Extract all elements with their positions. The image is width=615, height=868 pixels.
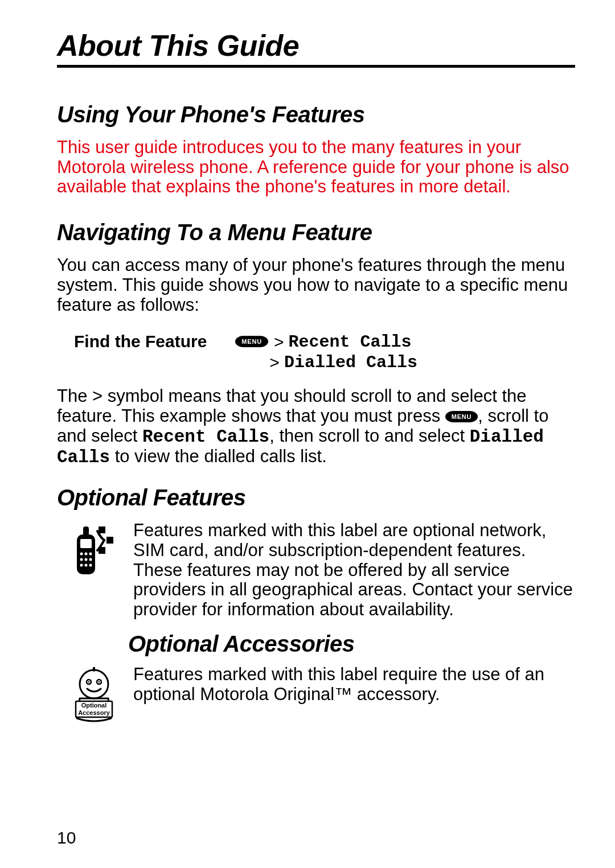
svg-rect-5 xyxy=(80,539,92,548)
page-number: 10 xyxy=(57,828,76,848)
using-body: This user guide introduces you to the ma… xyxy=(57,138,575,197)
gt-symbol: > xyxy=(274,332,284,352)
svg-rect-4 xyxy=(83,526,89,536)
optional-feature-icon-col xyxy=(57,521,120,580)
explain-sep: , then scroll to and select xyxy=(269,426,470,446)
nav-line-1: MENU > Recent Calls xyxy=(235,332,417,352)
accessory-face-icon: Optional Accessory xyxy=(69,667,119,723)
optional-accessories-block: Optional Accessory Features marked with … xyxy=(57,665,575,723)
optional-accessory-icon-col: Optional Accessory xyxy=(57,665,120,723)
optional-features-body: Features marked with this label are opti… xyxy=(133,521,575,620)
svg-point-10 xyxy=(85,558,88,561)
gt-symbol-2: > xyxy=(269,352,280,373)
svg-point-13 xyxy=(85,564,88,567)
navigating-intro: You can access many of your phone's feat… xyxy=(57,256,575,315)
section-heading-optional-features: Optional Features xyxy=(57,485,575,511)
phone-signal-icon xyxy=(71,523,117,580)
find-the-feature-label: Find the Feature xyxy=(74,332,207,351)
svg-point-19 xyxy=(88,681,90,682)
optional-accessories-body: Features marked with this label require … xyxy=(133,665,575,704)
svg-rect-0 xyxy=(99,526,105,533)
nav-steps: MENU > Recent Calls > Dialled Calls xyxy=(235,332,417,373)
section-heading-navigating: Navigating To a Menu Feature xyxy=(57,220,575,245)
page-title: About This Guide xyxy=(57,28,575,63)
nav-line-2: > Dialled Calls xyxy=(235,352,417,373)
svg-point-12 xyxy=(80,564,83,567)
explain-item1: Recent Calls xyxy=(142,427,269,447)
svg-point-8 xyxy=(89,553,92,556)
svg-point-15 xyxy=(80,670,108,698)
find-feature-row: Find the Feature MENU > Recent Calls > D… xyxy=(57,332,575,373)
svg-point-6 xyxy=(80,553,83,556)
explain-post: to view the dialled calls list. xyxy=(110,446,327,466)
svg-point-11 xyxy=(89,558,92,561)
section-heading-using: Using Your Phone's Features xyxy=(57,102,575,127)
svg-point-7 xyxy=(85,553,88,556)
svg-point-14 xyxy=(89,564,92,567)
accessory-icon-label-top: Optional xyxy=(81,702,107,709)
nav-explanation: The > symbol means that you should scrol… xyxy=(57,386,575,468)
menu-key-icon: MENU xyxy=(235,336,268,347)
menu-key-icon-inline: MENU xyxy=(445,411,478,422)
nav-step-1: Recent Calls xyxy=(288,332,411,352)
section-heading-optional-accessories: Optional Accessories xyxy=(57,631,575,657)
page-root: About This Guide Using Your Phone's Feat… xyxy=(0,0,615,868)
optional-features-block: Features marked with this label are opti… xyxy=(57,521,575,620)
nav-step-2: Dialled Calls xyxy=(284,352,417,373)
svg-point-20 xyxy=(99,681,100,682)
title-rule xyxy=(57,65,575,68)
accessory-icon-label-bottom: Accessory xyxy=(78,709,110,716)
svg-point-9 xyxy=(80,558,83,561)
svg-rect-1 xyxy=(106,537,113,544)
